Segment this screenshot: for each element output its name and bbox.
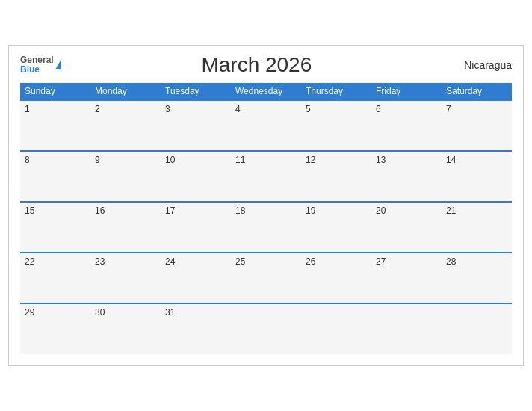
calendar-week-row: 891011121314	[20, 151, 512, 202]
calendar-day-cell: 25	[231, 253, 301, 303]
calendar-day-cell: 12	[301, 151, 371, 202]
day-number: 29	[25, 307, 34, 318]
weekday-header: Wednesday	[231, 83, 301, 100]
calendar-day-cell: 7	[442, 100, 512, 151]
calendar-body: 1234567891011121314151617181920212223242…	[20, 100, 512, 354]
day-number: 14	[446, 155, 456, 165]
calendar-header: General Blue March 2026 Nicaragua	[20, 53, 512, 77]
day-number: 20	[376, 206, 386, 216]
day-number: 8	[25, 155, 30, 165]
calendar-day-cell: 18	[231, 202, 301, 253]
day-number: 27	[376, 256, 386, 267]
day-number: 1	[25, 104, 30, 114]
day-number: 12	[306, 155, 315, 165]
calendar-header-row: SundayMondayTuesdayWednesdayThursdayFrid…	[20, 83, 512, 100]
day-number: 26	[306, 256, 315, 267]
calendar-day-cell: 13	[371, 151, 442, 202]
day-number: 6	[376, 104, 381, 114]
weekday-header: Saturday	[442, 83, 512, 100]
calendar-day-cell: 17	[161, 202, 231, 253]
day-number: 5	[306, 104, 311, 114]
day-number: 31	[165, 307, 175, 318]
day-number: 15	[25, 206, 34, 216]
calendar-container: General Blue March 2026 Nicaragua Sunday…	[8, 45, 524, 366]
calendar-day-cell: 5	[301, 100, 371, 151]
calendar-day-cell: 31	[161, 303, 231, 354]
day-number: 30	[95, 307, 105, 318]
calendar-day-cell	[231, 303, 301, 354]
logo-blue-text: Blue	[20, 65, 54, 75]
calendar-week-row: 293031	[20, 303, 512, 354]
weekday-header: Tuesday	[161, 83, 231, 100]
calendar-day-cell: 27	[371, 253, 442, 303]
day-number: 17	[165, 206, 175, 216]
calendar-day-cell: 28	[442, 253, 512, 303]
calendar-day-cell: 10	[161, 151, 231, 202]
calendar-day-cell: 4	[231, 100, 301, 151]
calendar-day-cell: 30	[90, 303, 161, 354]
calendar-day-cell	[301, 303, 371, 354]
calendar-day-cell: 22	[20, 253, 90, 303]
day-number: 7	[446, 104, 451, 114]
day-number: 4	[235, 104, 241, 114]
day-number: 11	[235, 155, 245, 165]
calendar-day-cell: 14	[442, 151, 512, 202]
weekday-header: Sunday	[20, 83, 90, 100]
day-number: 18	[235, 206, 245, 216]
day-number: 13	[376, 155, 386, 165]
calendar-day-cell: 1	[20, 100, 90, 151]
calendar-day-cell: 23	[90, 253, 161, 303]
weekday-header: Monday	[90, 83, 161, 100]
calendar-day-cell: 8	[20, 151, 90, 202]
calendar-day-cell: 24	[161, 253, 231, 303]
calendar-day-cell: 20	[371, 202, 442, 253]
day-number: 3	[165, 104, 170, 114]
day-number: 9	[95, 155, 100, 165]
logo: General Blue	[20, 55, 61, 75]
calendar-day-cell: 16	[90, 202, 161, 253]
day-number: 23	[95, 256, 105, 267]
calendar-day-cell: 11	[231, 151, 301, 202]
country-label: Nicaragua	[452, 59, 512, 71]
calendar-day-cell: 15	[20, 202, 90, 253]
day-number: 25	[235, 256, 245, 267]
calendar-day-cell	[442, 303, 512, 354]
calendar-day-cell: 6	[371, 100, 442, 151]
calendar-day-cell: 9	[90, 151, 161, 202]
calendar-day-cell: 21	[442, 202, 512, 253]
calendar-day-cell: 26	[301, 253, 371, 303]
day-number: 28	[446, 256, 456, 267]
day-number: 24	[165, 256, 175, 267]
day-number: 2	[95, 104, 100, 114]
calendar-week-row: 22232425262728	[20, 253, 512, 303]
calendar-week-row: 15161718192021	[20, 202, 512, 253]
day-number: 21	[446, 206, 456, 216]
weekday-header: Thursday	[301, 83, 371, 100]
calendar-day-cell	[371, 303, 442, 354]
logo-triangle-icon	[55, 59, 61, 69]
calendar-table: SundayMondayTuesdayWednesdayThursdayFrid…	[20, 83, 512, 354]
calendar-day-cell: 29	[20, 303, 90, 354]
day-number: 10	[165, 155, 175, 165]
calendar-title: March 2026	[61, 53, 452, 77]
day-number: 22	[25, 256, 34, 267]
day-number: 16	[95, 206, 105, 216]
calendar-day-cell: 19	[301, 202, 371, 253]
weekday-header: Friday	[371, 83, 442, 100]
calendar-day-cell: 3	[161, 100, 231, 151]
day-number: 19	[306, 206, 315, 216]
calendar-week-row: 1234567	[20, 100, 512, 151]
calendar-day-cell: 2	[90, 100, 161, 151]
